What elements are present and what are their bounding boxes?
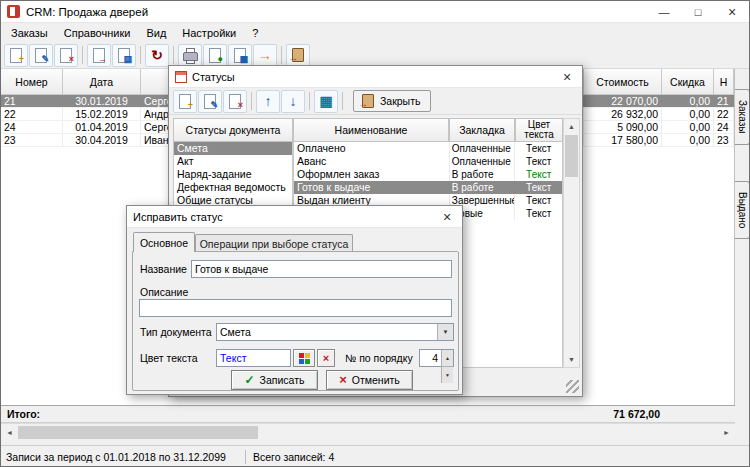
tab-operations[interactable]: Операции при выборе статуса	[195, 234, 353, 252]
side-tab-strip: Заказы Выдано	[735, 69, 750, 423]
transfer-order-button[interactable]: →	[87, 44, 111, 67]
save-button[interactable]: ✓ Записать	[231, 370, 318, 390]
scrollbar-thumb[interactable]	[565, 135, 578, 177]
move-up-button[interactable]: ↑	[256, 90, 280, 113]
color-picker-button[interactable]	[293, 349, 315, 367]
refresh-button[interactable]: ↻	[145, 44, 169, 67]
new-order-button[interactable]: +	[4, 44, 28, 67]
status-row[interactable]: Готов к выдаче В работе Текст	[294, 181, 562, 194]
cancel-button[interactable]: × Отменить	[326, 370, 413, 390]
add-status-button[interactable]: +	[173, 90, 197, 113]
description-input[interactable]	[139, 299, 452, 317]
spin-up-icon[interactable]: ▲	[441, 350, 453, 367]
report-grid-button[interactable]: ▦	[228, 44, 252, 67]
crm-window: CRM: Продажа дверей — □ × Заказы Справоч…	[0, 0, 750, 467]
clear-color-button[interactable]: ×	[317, 349, 335, 367]
scroll-left-button[interactable]: ◄	[1, 425, 18, 440]
edit-dialog-title: Исправить статус	[133, 211, 223, 223]
doc-statuses-list-header: Статусы документа	[173, 118, 293, 142]
delete-order-button[interactable]: ×	[54, 44, 78, 67]
edit-order-button[interactable]: ✎	[29, 44, 53, 67]
app-icon	[7, 5, 20, 18]
toolbar-separator	[251, 92, 252, 110]
column-header-color: Цвет текста	[515, 118, 563, 142]
vertical-scrollbar[interactable]: ▲ ▼	[563, 118, 580, 368]
column-header-tab: Закладка	[449, 118, 515, 142]
menu-directories[interactable]: Справочники	[56, 23, 139, 42]
statuses-toolbar: + ✎ × ↑ ↓ ▦ → Закрыть	[169, 88, 582, 115]
new-doc-icon: +	[10, 48, 22, 63]
preview-doc-icon: ●	[209, 48, 221, 63]
text-color-label: Цвет текста	[140, 352, 197, 364]
statuses-close-icon[interactable]: ×	[552, 66, 582, 87]
status-row[interactable]: Оплачено Оплаченные Текст	[294, 142, 562, 155]
resize-grip[interactable]	[566, 380, 579, 393]
scrollbar-thumb[interactable]	[18, 426, 258, 439]
record-count-text: Всего записей: 4	[253, 451, 334, 463]
doctype-select[interactable]: Смета ▼	[216, 323, 454, 341]
exit-door-icon: →	[292, 48, 304, 62]
list-item[interactable]: Наряд-задание	[174, 168, 292, 181]
horizontal-scrollbar[interactable]: ◄ ►	[1, 423, 735, 440]
toolbar-separator	[309, 92, 310, 110]
export-grid-icon: ▦	[319, 94, 332, 108]
period-status-text: Записи за период с 01.01.2018 по 31.12.2…	[1, 451, 245, 463]
title-bar: CRM: Продажа дверей — □ ×	[1, 1, 749, 23]
statuses-table-header: Наименование Закладка Цвет текста	[293, 118, 563, 142]
spin-down-icon[interactable]: ▼	[441, 367, 453, 383]
close-button[interactable]: ×	[715, 1, 749, 23]
tab-page-main: Название Описание Тип документа Смета ▼ …	[132, 251, 459, 391]
column-header-partial: Н	[714, 69, 734, 95]
toolbar-separator	[82, 46, 83, 64]
menu-help[interactable]: ?	[244, 23, 266, 42]
edit-status-button[interactable]: ✎	[198, 90, 222, 113]
menu-view[interactable]: Вид	[138, 23, 174, 42]
list-item[interactable]: Смета	[174, 142, 292, 155]
column-header-name: Наименование	[293, 118, 449, 142]
scroll-up-button[interactable]: ▲	[564, 119, 579, 134]
status-bar: Записи за период с 01.01.2018 по 31.12.2…	[1, 445, 749, 467]
status-row[interactable]: Аванс Оплаченные Текст	[294, 155, 562, 168]
scroll-down-button[interactable]: ▼	[564, 352, 579, 367]
list-item[interactable]: Дефектная ведомость	[174, 181, 292, 194]
column-header-discount: Скидка	[662, 69, 714, 95]
menu-orders[interactable]: Заказы	[3, 23, 56, 42]
transfer-doc-icon: →	[93, 48, 105, 63]
edit-close-icon[interactable]: ×	[432, 206, 462, 227]
door-icon: →	[362, 94, 374, 108]
delete-status-button[interactable]: ×	[223, 90, 247, 113]
export-button[interactable]: →	[253, 44, 277, 67]
scroll-right-button[interactable]: ►	[718, 425, 735, 440]
close-statuses-button[interactable]: → Закрыть	[353, 90, 431, 112]
toolbar-separator	[281, 46, 282, 64]
status-row[interactable]: Оформлен заказ В работе Текст	[294, 168, 562, 181]
name-label: Название	[140, 263, 187, 275]
name-input[interactable]	[191, 260, 452, 278]
list-item[interactable]: Акт	[174, 155, 292, 168]
chevron-down-icon[interactable]: ▼	[437, 324, 453, 340]
order-number-spinner[interactable]: 4 ▲ ▼	[419, 349, 454, 367]
cross-icon: ×	[339, 374, 347, 386]
maximize-button[interactable]: □	[681, 1, 715, 23]
tab-issued[interactable]: Выдано	[735, 181, 750, 239]
tab-orders[interactable]: Заказы	[735, 89, 750, 145]
print-preview-button[interactable]: ●	[203, 44, 227, 67]
edit-dialog-titlebar: Исправить статус ×	[127, 206, 462, 228]
statuses-dialog-titlebar: Статусы ×	[169, 66, 582, 88]
doctype-label: Тип документа	[140, 326, 212, 338]
minimize-button[interactable]: —	[647, 1, 681, 23]
statusbar-divider	[245, 450, 246, 464]
check-icon: ✓	[245, 374, 255, 386]
exit-button[interactable]: →	[286, 44, 310, 67]
export-statuses-button[interactable]: ▦	[314, 90, 338, 113]
menu-settings[interactable]: Настройки	[174, 23, 244, 42]
column-header-date: Дата	[63, 69, 141, 95]
properties-doc-icon: ▤	[118, 48, 130, 63]
order-properties-button[interactable]: ▤	[112, 44, 136, 67]
text-color-preview: Текст	[216, 349, 291, 367]
move-down-button[interactable]: ↓	[281, 90, 305, 113]
print-button[interactable]	[178, 44, 202, 67]
tab-main[interactable]: Основное	[133, 232, 195, 252]
total-label: Итого:	[1, 408, 585, 420]
column-header-cost: Стоимость	[584, 69, 662, 95]
